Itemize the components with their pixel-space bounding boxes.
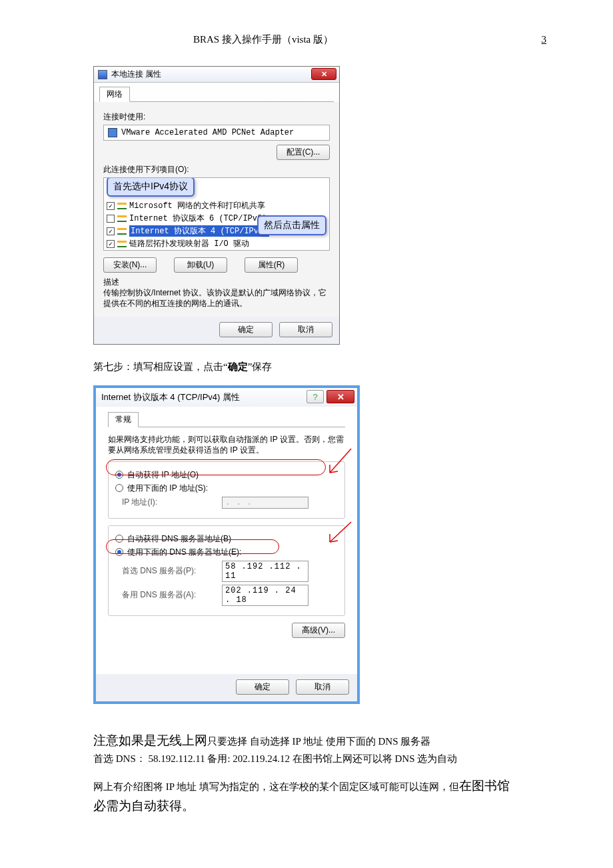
close-button[interactable]: ✕ [326,390,354,403]
properties-button[interactable]: 属性(R) [245,257,298,273]
protocol-item[interactable]: Microsoft 网络的文件和打印机共享 [104,199,329,212]
checkbox-icon[interactable] [107,202,115,210]
preferred-dns-label: 首选 DNS 服务器(P): [122,565,222,577]
protocol-icon [117,241,127,247]
ip-address-label: IP 地址(I): [122,497,222,508]
ip-group: 自动获得 IP 地址(O) 使用下面的 IP 地址(S): IP 地址(I): … [108,461,345,519]
intro-text: 如果网络支持此功能，则可以获取自动指派的 IP 设置。否则，您需要从网络系统管理… [108,434,345,455]
local-connection-properties-dialog: 本地连接 属性 ✕ 网络 连接时使用: VMware Accelerated A… [93,66,340,345]
preferred-dns-row: 首选 DNS 服务器(P): 58 .192 .112 . 11 [122,561,338,582]
description-text: 传输控制协议/Internet 协议。该协议是默认的广域网络协议，它提供在不同的… [103,288,330,309]
uninstall-button[interactable]: 卸载(U) [174,257,227,273]
preferred-dns-input[interactable]: 58 .192 .112 . 11 [222,561,308,582]
dialog-body: 连接时使用: VMware Accelerated AMD PCNet Adap… [94,102,339,317]
dialog-titlebar[interactable]: Internet 协议版本 4 (TCP/IPv4) 属性 ? ✕ [96,388,357,407]
adapter-name: VMware Accelerated AMD PCNet Adapter [121,128,294,137]
dialog-title: Internet 协议版本 4 (TCP/IPv4) 属性 [101,391,240,403]
network-icon [98,70,107,79]
protocol-icon [117,215,127,222]
tab-network[interactable]: 网络 [99,87,130,102]
protocol-listbox[interactable]: 首先选中IPv4协议 Microsoft 网络的文件和打印机共享 Interne… [103,177,330,251]
step-7-text: 第七步：填写相应设置，点击“确定”保存 [93,361,553,373]
dialog-title: 本地连接 属性 [111,69,161,80]
cancel-button[interactable]: 取消 [296,679,349,695]
page-number: 3 [542,34,547,45]
red-highlight-oval [106,459,326,475]
dialog-footer: 确定 取消 [94,317,339,344]
red-arrow-icon [326,447,352,478]
cancel-button[interactable]: 取消 [279,322,332,337]
ip-address-row: IP 地址(I): . . . [122,497,338,509]
alternate-dns-row: 备用 DNS 服务器(A): 202 .119 . 24 . 18 [122,585,338,606]
configure-button[interactable]: 配置(C)... [277,145,330,160]
checkbox-icon[interactable] [107,215,115,223]
page-header: BRAS 接入操作手册（vista 版） 3 [60,33,553,46]
install-button[interactable]: 安装(N)... [103,257,157,273]
callout-click-properties: 然后点击属性 [257,215,326,235]
ip-address-input[interactable]: . . . [222,497,308,509]
protocol-icon [117,203,127,209]
radio-icon[interactable] [115,484,123,492]
items-label: 此连接使用下列项目(O): [103,164,330,175]
protocol-item[interactable]: Link-Layer Topology Discovery [104,250,329,251]
red-highlight-oval [106,539,279,554]
alternate-dns-input[interactable]: 202 .119 . 24 . 18 [222,585,308,606]
close-button[interactable]: ✕ [311,68,336,80]
doc-title: BRAS 接入操作手册（vista 版） [193,33,333,46]
description-heading: 描述 [103,277,330,288]
adapter-field[interactable]: VMware Accelerated AMD PCNet Adapter [103,125,330,141]
alternate-dns-label: 备用 DNS 服务器(A): [122,589,222,601]
tab-general[interactable]: 常规 [108,412,139,427]
ok-button[interactable]: 确定 [236,679,289,695]
document-page: BRAS 接入操作手册（vista 版） 3 本地连接 属性 ✕ 网络 连接时使… [0,0,613,868]
list-button-row: 安装(N)... 卸载(U) 属性(R) [103,257,330,273]
ipv4-properties-dialog: Internet 协议版本 4 (TCP/IPv4) 属性 ? ✕ 常规 如果网… [93,385,360,703]
advanced-button[interactable]: 高级(V)... [292,623,345,638]
connect-using-label: 连接时使用: [103,111,330,123]
callout-select-ipv4: 首先选中IPv4协议 [107,177,195,197]
protocol-icon [117,228,127,235]
protocol-item[interactable]: 链路层拓扑发现映射器 I/O 驱动 [104,237,329,250]
dialog-titlebar[interactable]: 本地连接 属性 ✕ [94,67,339,83]
tab-strip: 常规 [108,412,345,427]
tab-strip: 网络 [99,87,334,102]
checkbox-icon[interactable] [107,240,115,248]
checkbox-icon[interactable] [107,227,115,235]
dialog-body: 常规 如果网络支持此功能，则可以获取自动指派的 IP 设置。否则，您需要从网络系… [96,407,357,673]
dns-group: 自动获得 DNS 服务器地址(B) 使用下面的 DNS 服务器地址(E): 首选… [108,525,345,616]
radio-use-ip[interactable]: 使用下面的 IP 地址(S): [115,483,338,494]
adapter-icon [108,128,117,137]
dialog-footer: 确定 取消 [96,674,357,701]
ok-button[interactable]: 确定 [219,322,273,337]
red-arrow-icon [326,521,352,547]
note-paragraph-2: 网上有介绍图将 IP 地址 填写为指定的，这在学校的某个固定区域可能可以连网，但… [93,776,520,817]
note-paragraph-1: 注意如果是无线上网只要选择 自动选择 IP 地址 使用下面的 DNS 服务器 首… [93,731,520,767]
help-button[interactable]: ? [306,390,324,403]
